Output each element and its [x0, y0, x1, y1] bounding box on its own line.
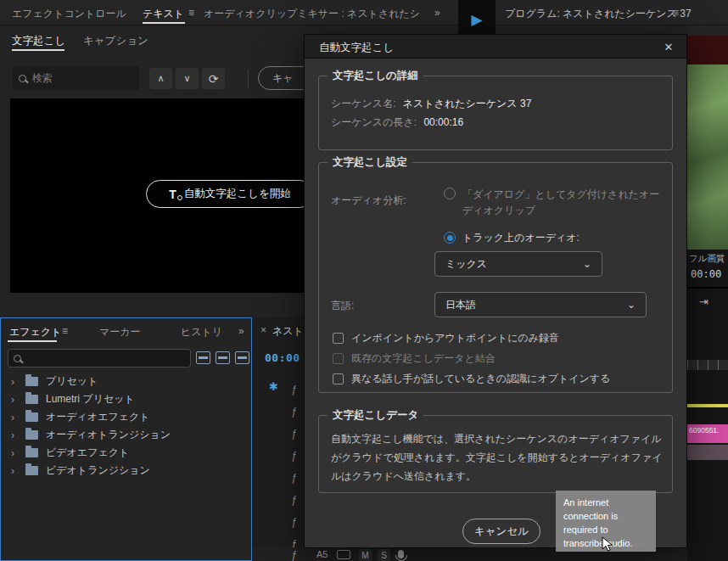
chevron-right-icon[interactable]: › [11, 376, 18, 388]
track-label: A5 [316, 549, 328, 559]
radio-option-dialog-tagged[interactable]: 「ダイアログ」としてタグ付けされたオーディオクリップ [444, 187, 663, 218]
tree-item-label: オーディオトランジション [46, 428, 171, 442]
dialog-close-button[interactable]: ✕ [659, 38, 678, 55]
chevron-down-icon: ⌄ [583, 258, 591, 270]
language-dropdown[interactable]: 日本語 ⌄ [434, 292, 647, 317]
playback-quality-dropdown[interactable]: フル画質 [689, 253, 725, 265]
program-header-sliver [687, 25, 728, 36]
tree-item-video-transitions[interactable]: › ビデオトランジション [1, 462, 251, 480]
text-panel: 文字起こし キャプション ∧ ∨ ⟳ キャ T 自動文字起こしを開始 [0, 25, 304, 318]
tab-history[interactable]: ヒストリ [181, 325, 222, 339]
radio-unselected-icon[interactable] [444, 188, 456, 199]
program-monitor-tab[interactable]: プログラム: ネストされたシーケンス 37 [505, 7, 692, 21]
timeline-clip-pink[interactable]: 6090551. [687, 424, 728, 443]
tree-item-video-effects[interactable]: › ビデオエフェクト [1, 444, 251, 462]
start-transcription-button[interactable]: T 自動文字起こしを開始 [146, 180, 314, 208]
effects-panel: エフェクト ≡ マーカー ヒストリ » › プリセット › Lumetri プリ… [0, 317, 252, 561]
program-timecode[interactable]: 00:00 [691, 268, 721, 280]
effects-search-box[interactable] [8, 349, 191, 367]
transcription-details-group: 文字起こしの詳細 シーケンス名: ネストされたシーケンス 37 シーケンスの長さ… [318, 76, 673, 150]
find-next-button[interactable]: ∨ [176, 68, 199, 89]
checkbox-in-out-only[interactable]: インポイントからアウトポイントにのみ録音 [333, 331, 559, 345]
checkbox-icon[interactable] [333, 373, 344, 384]
timeline-timecode[interactable]: 00:00 [265, 351, 300, 364]
badge-filter-icon-1[interactable] [196, 351, 210, 364]
fx-badge-icon: ƒ [291, 549, 297, 561]
checkbox-icon[interactable] [333, 333, 344, 344]
solo-track-button[interactable]: S [378, 549, 390, 561]
tree-item-audio-effects[interactable]: › オーディオエフェクト [1, 408, 251, 426]
tab-captions[interactable]: キャプション [83, 34, 148, 48]
refresh-button[interactable]: ⟳ [202, 68, 225, 89]
program-dark-red-region [687, 36, 728, 65]
cloud-processing-notice: 自動文字起こし機能では、選択されたシーケンスのオーディオファイルがクラウドで処理… [331, 429, 664, 486]
snap-icon[interactable]: ✱ [269, 380, 278, 393]
auto-transcribe-dialog: 自動文字起こし ✕ 文字起こしの詳細 シーケンス名: ネストされたシーケンス 3… [304, 34, 687, 548]
tree-item-label: オーディオエフェクト [46, 410, 150, 424]
tree-item-presets[interactable]: › プリセット [1, 373, 251, 390]
checkbox-in-out-label: インポイントからアウトポイントにのみ録音 [351, 331, 559, 345]
language-label: 言語: [331, 299, 354, 313]
panel-overflow-chevron-icon[interactable]: » [434, 7, 440, 19]
checkbox-merge-existing[interactable]: 既存の文字起こしデータと結合 [333, 351, 496, 366]
timeline-tab-close-icon[interactable]: × [260, 324, 266, 336]
details-group-legend: 文字起こしの詳細 [328, 69, 423, 83]
track-meter-icon[interactable] [337, 550, 350, 559]
radio-selected-icon[interactable] [444, 232, 456, 244]
sequence-name-value: ネストされたシーケンス 37 [403, 98, 532, 109]
find-previous-button[interactable]: ∧ [149, 68, 172, 89]
timeline-clip-yellow[interactable] [687, 404, 728, 407]
tree-item-label: プリセット [46, 374, 98, 389]
dialog-title-bar[interactable]: 自動文字起こし ✕ [305, 35, 686, 59]
cancel-button[interactable]: キャンセル [462, 519, 540, 544]
premiere-app-window: エフェクトコントロール テキスト ≡ オーディオクリップミキサー : ネストされ… [0, 0, 728, 561]
start-transcription-label: 自動文字起こしを開始 [184, 187, 291, 201]
timeline-clip-gray[interactable] [687, 445, 728, 460]
tab-audio-clip-mixer[interactable]: オーディオクリップミキサー : ネストされたシーケ [204, 7, 420, 21]
divider [687, 287, 728, 289]
chevron-right-icon[interactable]: › [11, 394, 18, 406]
voiceover-record-mic-icon[interactable] [398, 550, 404, 558]
radio-option-track-audio[interactable]: トラック上のオーディオ: [444, 231, 580, 245]
tree-item-audio-transitions[interactable]: › オーディオトランジション [1, 426, 251, 444]
mouse-cursor [601, 536, 616, 555]
mute-track-button[interactable]: M [359, 549, 372, 561]
tab-markers[interactable]: マーカー [99, 325, 141, 339]
go-to-out-icon[interactable]: ⇥ [699, 295, 708, 308]
effects-overflow-chevron-icon[interactable]: » [238, 325, 244, 337]
chevron-right-icon[interactable]: › [11, 412, 18, 424]
badge-filter-icon-2[interactable] [216, 351, 230, 364]
search-icon [14, 355, 21, 362]
checkbox-icon[interactable] [333, 353, 344, 364]
folder-icon [25, 412, 38, 422]
fx-badge-icon: ƒ [291, 494, 297, 506]
checkbox-speakers-label: 異なる話し手が話しているときの認識にオプトインする [351, 372, 610, 386]
badge-filter-icon-3[interactable] [235, 351, 249, 364]
tab-effects[interactable]: エフェクト [9, 325, 61, 339]
transcribe-icon: T [169, 188, 176, 201]
panel-menu-icon[interactable]: ≡ [188, 7, 194, 19]
chevron-right-icon[interactable]: › [11, 447, 18, 459]
tab-text[interactable]: テキスト [143, 7, 184, 21]
effects-panel-menu-icon[interactable]: ≡ [62, 325, 68, 337]
sequence-length-value: 00:00:16 [423, 116, 463, 128]
effects-tree: › プリセット › Lumetri プリセット › オーディオエフェクト › オ… [1, 373, 251, 480]
tree-item-lumetri-presets[interactable]: › Lumetri プリセット [1, 390, 251, 408]
dialog-title: 自動文字起こし [319, 41, 394, 55]
track-audio-dropdown[interactable]: ミックス ⌄ [434, 251, 602, 277]
transcript-search-input[interactable] [32, 72, 132, 84]
transcription-data-group: 文字起こしデータ 自動文字起こし機能では、選択されたシーケンスのオーディオファイ… [318, 415, 673, 493]
chevron-right-icon[interactable]: › [11, 465, 18, 477]
program-panel-menu-icon[interactable]: ≡ [673, 7, 679, 19]
tab-effect-controls[interactable]: エフェクトコントロール [12, 7, 126, 21]
folder-icon [25, 377, 38, 386]
effects-search-input[interactable] [26, 353, 185, 363]
fx-badge-icon: ƒ [291, 450, 297, 462]
fx-badge-icon: ƒ [291, 406, 297, 418]
chevron-right-icon[interactable]: › [11, 429, 18, 441]
checkbox-speaker-recognition[interactable]: 異なる話し手が話しているときの認識にオプトインする [333, 372, 610, 386]
tab-transcript[interactable]: 文字起こし [12, 34, 65, 48]
timeline-ruler[interactable] [687, 360, 728, 370]
audio-analysis-label: オーディオ分析: [331, 194, 406, 208]
transcript-search-box[interactable] [12, 66, 139, 90]
